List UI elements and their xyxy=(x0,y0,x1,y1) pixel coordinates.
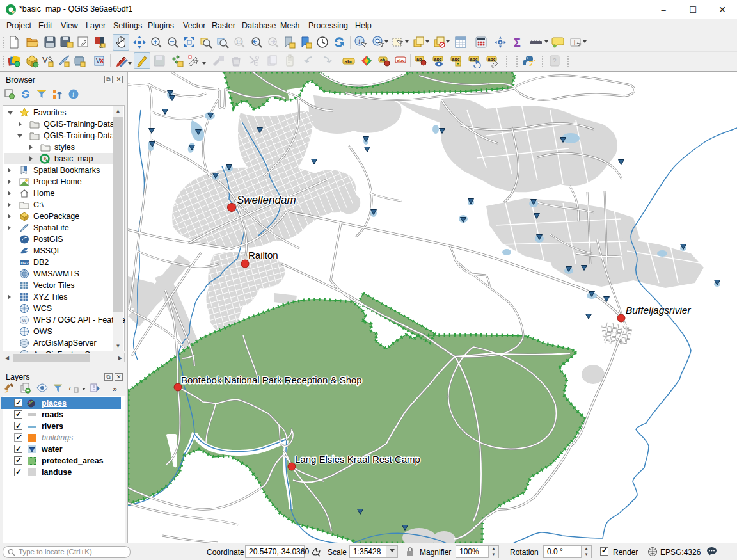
svg-text:T: T xyxy=(573,39,576,46)
svg-text:ε: ε xyxy=(69,383,72,392)
svg-text:Σ: Σ xyxy=(514,36,521,49)
svg-text:1:1: 1:1 xyxy=(236,40,242,44)
svg-text:i: i xyxy=(358,37,360,45)
svg-text:Buffeljagsrivier: Buffeljagsrivier xyxy=(626,305,691,316)
svg-text:ab: ab xyxy=(380,58,385,62)
svg-text:i: i xyxy=(72,91,74,98)
svg-text:abc: abc xyxy=(397,58,405,63)
svg-text:abc: abc xyxy=(470,57,478,61)
svg-text:abc: abc xyxy=(345,59,354,65)
svg-text:Bontebok National Park Recepti: Bontebok National Park Reception & Shop xyxy=(181,374,362,385)
svg-text:W: W xyxy=(22,318,27,323)
svg-text:?: ? xyxy=(553,58,557,65)
svg-text:Railton: Railton xyxy=(248,250,278,260)
svg-text:abc: abc xyxy=(452,57,460,61)
svg-text:abc: abc xyxy=(488,57,496,61)
svg-text:Lang Elsies Kraal Rest Camp: Lang Elsies Kraal Rest Camp xyxy=(295,454,420,465)
svg-text:V: V xyxy=(96,58,100,65)
svg-text:V: V xyxy=(42,55,48,65)
svg-text:Swellendam: Swellendam xyxy=(237,194,296,206)
svg-text:abc: abc xyxy=(434,57,442,61)
svg-text:ab: ab xyxy=(416,57,422,61)
svg-text:DB2: DB2 xyxy=(21,261,29,265)
